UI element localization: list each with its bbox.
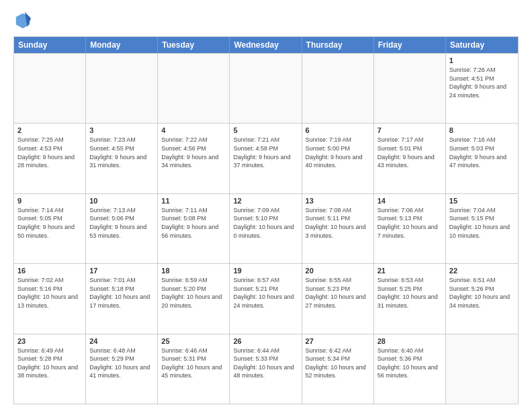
day-number: 7: [378, 126, 442, 134]
calendar-cell-w4d0: 23Sunrise: 6:49 AM Sunset: 5:28 PM Dayli…: [14, 334, 86, 404]
calendar-cell-w4d4: 27Sunrise: 6:42 AM Sunset: 5:34 PM Dayli…: [302, 334, 374, 404]
calendar-cell-w0d4: [302, 54, 374, 123]
calendar: SundayMondayTuesdayWednesdayThursdayFrid…: [13, 36, 519, 404]
calendar-cell-w2d6: 15Sunrise: 7:04 AM Sunset: 5:15 PM Dayli…: [446, 194, 518, 263]
day-number: 24: [89, 337, 154, 345]
day-number: 19: [233, 267, 298, 275]
calendar-cell-w3d3: 19Sunrise: 6:57 AM Sunset: 5:21 PM Dayli…: [230, 264, 302, 333]
calendar-cell-w4d3: 26Sunrise: 6:44 AM Sunset: 5:33 PM Dayli…: [230, 334, 302, 404]
calendar-header-row: SundayMondayTuesdayWednesdayThursdayFrid…: [14, 37, 518, 53]
calendar-cell-w0d0: [14, 54, 86, 123]
day-number: 20: [306, 267, 370, 275]
calendar-cell-w3d1: 17Sunrise: 7:01 AM Sunset: 5:18 PM Dayli…: [86, 264, 158, 333]
day-info: Sunrise: 7:25 AM Sunset: 4:53 PM Dayligh…: [17, 136, 82, 169]
day-info: Sunrise: 7:19 AM Sunset: 5:00 PM Dayligh…: [306, 136, 370, 169]
calendar-cell-w0d2: [158, 54, 230, 123]
calendar-week-0: 1Sunrise: 7:26 AM Sunset: 4:51 PM Daylig…: [14, 53, 518, 123]
day-info: Sunrise: 7:14 AM Sunset: 5:05 PM Dayligh…: [17, 206, 82, 240]
calendar-header-thursday: Thursday: [302, 37, 374, 53]
day-number: 1: [449, 56, 515, 64]
calendar-cell-w1d2: 4Sunrise: 7:22 AM Sunset: 4:56 PM Daylig…: [158, 124, 230, 193]
calendar-cell-w3d4: 20Sunrise: 6:55 AM Sunset: 5:23 PM Dayli…: [302, 264, 374, 333]
day-number: 13: [306, 197, 370, 205]
day-number: 4: [161, 126, 226, 134]
day-number: 2: [17, 126, 82, 134]
day-info: Sunrise: 7:02 AM Sunset: 5:16 PM Dayligh…: [17, 276, 82, 310]
day-number: 21: [378, 267, 442, 275]
calendar-cell-w3d6: 22Sunrise: 6:51 AM Sunset: 5:26 PM Dayli…: [446, 264, 518, 333]
calendar-week-1: 2Sunrise: 7:25 AM Sunset: 4:53 PM Daylig…: [14, 123, 518, 193]
day-info: Sunrise: 6:53 AM Sunset: 5:25 PM Dayligh…: [378, 276, 442, 310]
calendar-cell-w1d1: 3Sunrise: 7:23 AM Sunset: 4:55 PM Daylig…: [86, 124, 158, 193]
day-number: 17: [89, 267, 154, 275]
header: [13, 11, 519, 30]
calendar-header-sunday: Sunday: [14, 37, 86, 53]
calendar-cell-w3d0: 16Sunrise: 7:02 AM Sunset: 5:16 PM Dayli…: [14, 264, 86, 333]
day-info: Sunrise: 7:17 AM Sunset: 5:01 PM Dayligh…: [378, 136, 442, 169]
day-info: Sunrise: 7:04 AM Sunset: 5:15 PM Dayligh…: [449, 206, 515, 240]
calendar-cell-w3d5: 21Sunrise: 6:53 AM Sunset: 5:25 PM Dayli…: [374, 264, 446, 333]
day-info: Sunrise: 6:49 AM Sunset: 5:28 PM Dayligh…: [17, 347, 82, 380]
day-info: Sunrise: 6:48 AM Sunset: 5:29 PM Dayligh…: [89, 347, 154, 380]
calendar-cell-w0d6: 1Sunrise: 7:26 AM Sunset: 4:51 PM Daylig…: [446, 54, 518, 123]
day-info: Sunrise: 6:51 AM Sunset: 5:26 PM Dayligh…: [449, 276, 515, 310]
day-number: 28: [378, 337, 442, 345]
day-info: Sunrise: 6:40 AM Sunset: 5:36 PM Dayligh…: [378, 347, 442, 380]
calendar-header-monday: Monday: [86, 37, 158, 53]
day-info: Sunrise: 7:08 AM Sunset: 5:11 PM Dayligh…: [306, 206, 370, 240]
calendar-week-2: 9Sunrise: 7:14 AM Sunset: 5:05 PM Daylig…: [14, 193, 518, 263]
calendar-body: 1Sunrise: 7:26 AM Sunset: 4:51 PM Daylig…: [14, 53, 518, 404]
calendar-cell-w1d4: 6Sunrise: 7:19 AM Sunset: 5:00 PM Daylig…: [302, 124, 374, 193]
day-number: 3: [89, 126, 154, 134]
day-number: 10: [89, 197, 154, 205]
calendar-header-tuesday: Tuesday: [158, 37, 230, 53]
day-number: 26: [233, 337, 298, 345]
day-number: 14: [378, 197, 442, 205]
calendar-cell-w1d6: 8Sunrise: 7:16 AM Sunset: 5:03 PM Daylig…: [446, 124, 518, 193]
day-info: Sunrise: 7:11 AM Sunset: 5:08 PM Dayligh…: [161, 206, 226, 240]
calendar-cell-w0d5: [374, 54, 446, 123]
calendar-cell-w2d5: 14Sunrise: 7:06 AM Sunset: 5:13 PM Dayli…: [374, 194, 446, 263]
day-number: 25: [161, 337, 226, 345]
day-number: 8: [449, 126, 515, 134]
calendar-cell-w2d3: 12Sunrise: 7:09 AM Sunset: 5:10 PM Dayli…: [230, 194, 302, 263]
day-info: Sunrise: 6:46 AM Sunset: 5:31 PM Dayligh…: [161, 347, 226, 380]
logo: [13, 11, 35, 30]
calendar-cell-w4d6: [446, 334, 518, 404]
day-info: Sunrise: 7:23 AM Sunset: 4:55 PM Dayligh…: [89, 136, 154, 169]
day-number: 6: [306, 126, 370, 134]
calendar-header-wednesday: Wednesday: [230, 37, 302, 53]
day-number: 9: [17, 197, 82, 205]
calendar-cell-w0d3: [230, 54, 302, 123]
calendar-cell-w1d3: 5Sunrise: 7:21 AM Sunset: 4:58 PM Daylig…: [230, 124, 302, 193]
day-info: Sunrise: 6:59 AM Sunset: 5:20 PM Dayligh…: [161, 276, 226, 310]
calendar-cell-w3d2: 18Sunrise: 6:59 AM Sunset: 5:20 PM Dayli…: [158, 264, 230, 333]
calendar-cell-w2d0: 9Sunrise: 7:14 AM Sunset: 5:05 PM Daylig…: [14, 194, 86, 263]
day-info: Sunrise: 7:01 AM Sunset: 5:18 PM Dayligh…: [89, 276, 154, 310]
calendar-cell-w1d5: 7Sunrise: 7:17 AM Sunset: 5:01 PM Daylig…: [374, 124, 446, 193]
day-info: Sunrise: 7:22 AM Sunset: 4:56 PM Dayligh…: [161, 136, 226, 169]
calendar-header-friday: Friday: [374, 37, 446, 53]
day-info: Sunrise: 7:13 AM Sunset: 5:06 PM Dayligh…: [89, 206, 154, 240]
calendar-cell-w4d5: 28Sunrise: 6:40 AM Sunset: 5:36 PM Dayli…: [374, 334, 446, 404]
day-number: 16: [17, 267, 82, 275]
day-number: 22: [449, 267, 515, 275]
calendar-week-3: 16Sunrise: 7:02 AM Sunset: 5:16 PM Dayli…: [14, 263, 518, 333]
calendar-cell-w4d1: 24Sunrise: 6:48 AM Sunset: 5:29 PM Dayli…: [86, 334, 158, 404]
calendar-cell-w2d1: 10Sunrise: 7:13 AM Sunset: 5:06 PM Dayli…: [86, 194, 158, 263]
calendar-cell-w1d0: 2Sunrise: 7:25 AM Sunset: 4:53 PM Daylig…: [14, 124, 86, 193]
day-info: Sunrise: 7:26 AM Sunset: 4:51 PM Dayligh…: [449, 66, 515, 99]
calendar-cell-w2d4: 13Sunrise: 7:08 AM Sunset: 5:11 PM Dayli…: [302, 194, 374, 263]
day-info: Sunrise: 7:16 AM Sunset: 5:03 PM Dayligh…: [449, 136, 515, 169]
day-number: 27: [306, 337, 370, 345]
day-info: Sunrise: 6:57 AM Sunset: 5:21 PM Dayligh…: [233, 276, 298, 310]
day-number: 11: [161, 197, 226, 205]
day-number: 23: [17, 337, 82, 345]
day-number: 5: [233, 126, 298, 134]
day-number: 18: [161, 267, 226, 275]
page: SundayMondayTuesdayWednesdayThursdayFrid…: [0, 0, 532, 411]
calendar-cell-w0d1: [86, 54, 158, 123]
logo-icon: [13, 11, 32, 30]
day-number: 15: [449, 197, 515, 205]
calendar-cell-w2d2: 11Sunrise: 7:11 AM Sunset: 5:08 PM Dayli…: [158, 194, 230, 263]
